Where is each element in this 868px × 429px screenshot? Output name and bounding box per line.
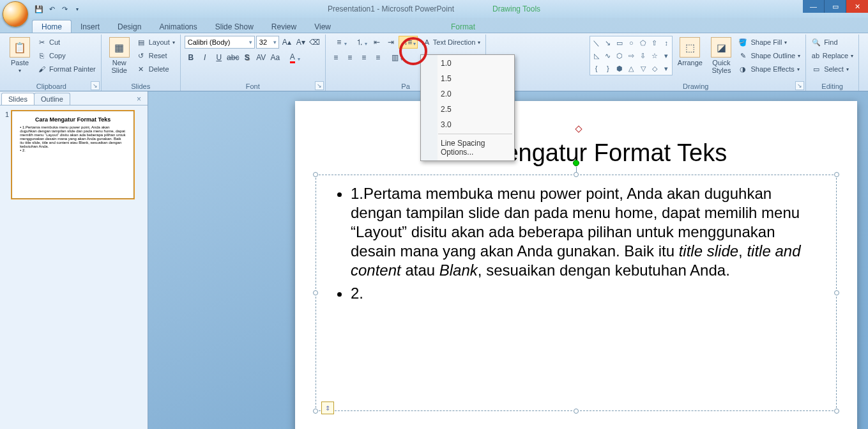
copy-icon: ⎘ [36,51,47,61]
replace-button[interactable]: abReplace▾ [810,49,855,62]
clear-format-button[interactable]: ⌫ [308,36,321,49]
clipboard-launcher[interactable]: ↘ [91,81,100,90]
delete-button[interactable]: ✕Delete [135,63,176,75]
arrange-button[interactable]: ⬚Arrange [674,36,706,66]
tab-insert[interactable]: Insert [72,20,109,33]
spacing-1-5[interactable]: 1.5 [422,71,514,86]
slide: Cara Mengatur Format Teks 1.Pertama memb… [295,101,857,429]
shape-fill-button[interactable]: 🪣Shape Fill▾ [736,36,802,49]
align-center-button[interactable]: ≡ [344,51,356,64]
select-icon: ▭ [811,64,821,74]
resize-handle[interactable] [834,290,839,295]
panel-tab-slides[interactable]: Slides [1,93,34,105]
find-button[interactable]: 🔍Find [810,36,855,49]
minimize-button[interactable]: — [803,0,825,13]
group-clipboard: 📋 Paste ▾ ✂Cut ⎘Copy 🖌Format Painter Cli… [2,35,102,91]
autofit-options-icon[interactable]: ⇕ [321,402,334,414]
spacing-2-0[interactable]: 2.0 [422,86,514,102]
reset-icon: ↺ [136,51,146,61]
paste-button[interactable]: 📋 Paste ▾ [6,36,34,74]
columns-button[interactable]: ▥ [386,51,405,64]
cut-button[interactable]: ✂Cut [35,36,97,49]
tab-home[interactable]: Home [32,20,72,33]
bullets-button[interactable]: ≡ [330,36,349,49]
shape-effects-button[interactable]: ◑Shape Effects▾ [736,63,802,75]
thumb-number: 1 [5,111,9,199]
resize-handle[interactable] [313,409,318,414]
group-drawing: ＼↘▭○⬠⇧↕ ◺∿⬡⇨⇩☆▾ {}⬢△▽◇▾ ⬚Arrange ◪Quick … [586,35,806,91]
justify-button[interactable]: ≡ [372,51,385,64]
tab-format[interactable]: Format [442,20,484,33]
bold-button[interactable]: B [185,51,197,64]
replace-icon: ab [811,51,820,61]
save-icon[interactable]: 💾 [33,3,45,15]
align-right-button[interactable]: ≡ [358,51,370,64]
cut-icon: ✂ [36,37,47,47]
align-left-button[interactable]: ≡ [330,51,342,64]
redo-icon[interactable]: ↷ [59,3,70,15]
italic-button[interactable]: I [199,51,211,64]
font-name-combo[interactable]: Calibri (Body) [185,36,255,49]
decrease-indent-button[interactable]: ⇤ [370,36,383,49]
tab-slideshow[interactable]: Slide Show [206,20,263,33]
numbering-button[interactable]: ⒈ [350,36,369,49]
spacing-options[interactable]: Line Spacing Options... [422,136,514,160]
maximize-button[interactable]: ▭ [825,0,846,13]
fill-icon: 🪣 [738,37,748,47]
rotate-handle[interactable] [573,160,579,166]
brush-icon: 🖌 [36,64,47,74]
resize-handle[interactable] [574,172,579,177]
copy-button[interactable]: ⎘Copy [35,49,97,62]
group-label-slides: Slides [105,82,176,91]
group-label-drawing: Drawing [590,82,802,91]
close-button[interactable]: ✕ [846,0,868,13]
font-color-button[interactable]: A [283,51,302,64]
tab-animations[interactable]: Animations [150,20,206,33]
qat-dropdown-icon[interactable]: ▾ [72,3,83,15]
shapes-gallery[interactable]: ＼↘▭○⬠⇧↕ ◺∿⬡⇨⇩☆▾ {}⬢△▽◇▾ [590,36,673,75]
layout-button[interactable]: ▤Layout▾ [135,36,176,49]
office-button[interactable] [3,1,28,27]
text-direction-button[interactable]: ↕AText Direction▾ [419,36,482,49]
panel-tab-outline[interactable]: Outline [34,93,70,105]
select-button[interactable]: ▭Select▾ [810,63,855,75]
change-case-button[interactable]: Aa [269,51,282,64]
char-spacing-button[interactable]: AV [255,51,268,64]
font-size-combo[interactable]: 32 [256,36,279,49]
spacing-1-0[interactable]: 1.0 [422,56,514,71]
tab-design[interactable]: Design [109,20,150,33]
increase-indent-button[interactable]: ⇥ [385,36,397,49]
bullet-1[interactable]: 1.Pertama membuka menu power point, Anda… [351,184,817,280]
shadow-button[interactable]: S [241,51,254,64]
group-label-clipboard: Clipboard [6,82,97,91]
content-textbox[interactable]: 1.Pertama membuka menu power point, Anda… [316,175,837,411]
shrink-font-button[interactable]: A▾ [294,36,307,49]
undo-icon[interactable]: ↶ [46,3,57,15]
font-launcher[interactable]: ↘ [315,81,324,90]
shape-outline-button[interactable]: ✎Shape Outline▾ [736,49,802,62]
drawing-launcher[interactable]: ↘ [795,81,804,90]
grow-font-button[interactable]: A▴ [280,36,293,49]
new-slide-button[interactable]: ▦ New Slide [105,36,133,74]
format-painter-button[interactable]: 🖌Format Painter [35,63,97,75]
resize-handle[interactable] [313,290,318,295]
tab-view[interactable]: View [305,20,340,33]
resize-handle[interactable] [834,172,839,177]
line-spacing-button[interactable]: ↕≡ [399,36,418,49]
quick-access-toolbar: 💾 ↶ ↷ ▾ [33,0,83,18]
spacing-2-5[interactable]: 2.5 [422,102,514,117]
strike-button[interactable]: abc [227,51,240,64]
panel-close-button[interactable]: × [134,93,144,105]
bullet-2[interactable]: 2. [351,284,817,303]
quick-styles-button[interactable]: ◪Quick Styles [707,36,735,74]
group-label-font: Font [185,82,321,91]
resize-handle[interactable] [834,409,839,414]
resize-handle[interactable] [574,409,579,414]
tab-review[interactable]: Review [263,20,305,33]
spacing-3-0[interactable]: 3.0 [422,117,514,132]
underline-button[interactable]: U [213,51,225,64]
group-slides: ▦ New Slide ▤Layout▾ ↺Reset ✕Delete Slid… [102,35,181,91]
reset-button[interactable]: ↺Reset [135,49,176,62]
resize-handle[interactable] [313,172,318,177]
slide-thumbnail-1[interactable]: 1 Cara Mengatur Format Teks • 1.Pertama … [5,111,142,199]
